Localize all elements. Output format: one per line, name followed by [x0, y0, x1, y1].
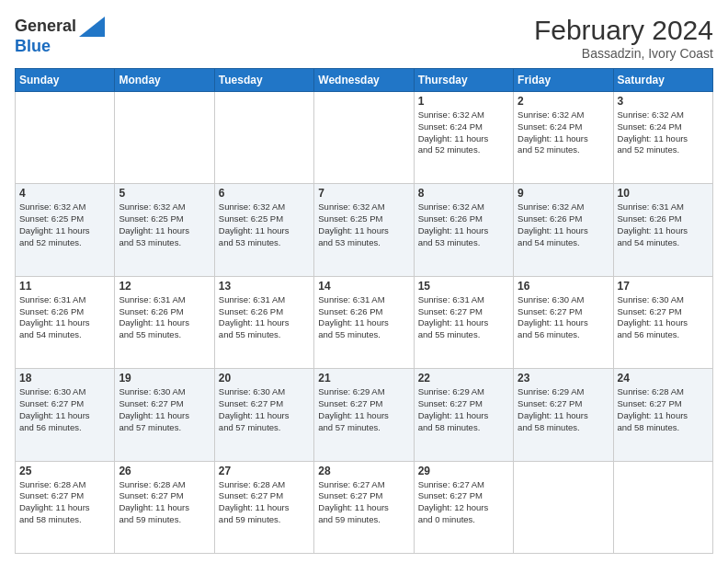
day-info: Sunrise: 6:32 AM Sunset: 6:25 PM Dayligh…: [19, 201, 110, 248]
day-number: 15: [418, 280, 509, 293]
day-number: 5: [119, 187, 210, 200]
calendar-week-0: 1Sunrise: 6:32 AM Sunset: 6:24 PM Daylig…: [16, 92, 713, 184]
day-info: Sunrise: 6:31 AM Sunset: 6:26 PM Dayligh…: [19, 294, 110, 341]
table-row: 15Sunrise: 6:31 AM Sunset: 6:27 PM Dayli…: [414, 276, 513, 368]
table-row: 26Sunrise: 6:28 AM Sunset: 6:27 PM Dayli…: [115, 461, 214, 553]
day-number: 13: [219, 280, 310, 293]
day-number: 26: [119, 465, 210, 477]
day-info: Sunrise: 6:28 AM Sunset: 6:27 PM Dayligh…: [618, 386, 709, 433]
day-info: Sunrise: 6:32 AM Sunset: 6:25 PM Dayligh…: [119, 201, 210, 248]
day-info: Sunrise: 6:30 AM Sunset: 6:27 PM Dayligh…: [518, 294, 609, 341]
day-number: 27: [219, 465, 310, 477]
day-info: Sunrise: 6:27 AM Sunset: 6:27 PM Dayligh…: [418, 479, 509, 526]
table-row: 16Sunrise: 6:30 AM Sunset: 6:27 PM Dayli…: [514, 276, 613, 368]
day-info: Sunrise: 6:29 AM Sunset: 6:27 PM Dayligh…: [318, 386, 409, 433]
day-number: 10: [618, 187, 709, 200]
day-number: 28: [318, 465, 409, 477]
day-number: 2: [518, 95, 609, 108]
day-number: 24: [618, 372, 709, 385]
day-number: 18: [19, 372, 110, 385]
day-number: 1: [418, 95, 509, 108]
page: General Blue February 2024 Bassadzin, Iv…: [0, 0, 728, 563]
day-info: Sunrise: 6:28 AM Sunset: 6:27 PM Dayligh…: [19, 479, 110, 526]
day-number: 8: [418, 187, 509, 200]
table-row: 8Sunrise: 6:32 AM Sunset: 6:26 PM Daylig…: [414, 184, 513, 276]
day-info: Sunrise: 6:28 AM Sunset: 6:27 PM Dayligh…: [219, 479, 310, 526]
table-row: 11Sunrise: 6:31 AM Sunset: 6:26 PM Dayli…: [16, 276, 115, 368]
logo: General Blue: [15, 15, 105, 56]
day-number: 22: [418, 372, 509, 385]
day-info: Sunrise: 6:30 AM Sunset: 6:27 PM Dayligh…: [219, 386, 310, 433]
logo-general-text: General: [15, 17, 76, 36]
header: General Blue February 2024 Bassadzin, Iv…: [15, 15, 713, 61]
month-year: February 2024: [534, 15, 713, 46]
table-row: 20Sunrise: 6:30 AM Sunset: 6:27 PM Dayli…: [214, 369, 313, 461]
day-number: 11: [19, 280, 110, 293]
day-number: 19: [119, 372, 210, 385]
table-row: 2Sunrise: 6:32 AM Sunset: 6:24 PM Daylig…: [514, 92, 613, 184]
day-info: Sunrise: 6:30 AM Sunset: 6:27 PM Dayligh…: [618, 294, 709, 341]
table-row: 22Sunrise: 6:29 AM Sunset: 6:27 PM Dayli…: [414, 369, 513, 461]
day-info: Sunrise: 6:31 AM Sunset: 6:26 PM Dayligh…: [219, 294, 310, 341]
day-info: Sunrise: 6:31 AM Sunset: 6:26 PM Dayligh…: [618, 201, 709, 248]
table-row: 12Sunrise: 6:31 AM Sunset: 6:26 PM Dayli…: [115, 276, 214, 368]
day-info: Sunrise: 6:32 AM Sunset: 6:24 PM Dayligh…: [618, 109, 709, 156]
day-number: 4: [19, 187, 110, 200]
day-number: 23: [518, 372, 609, 385]
table-row: [613, 461, 712, 553]
table-row: 23Sunrise: 6:29 AM Sunset: 6:27 PM Dayli…: [514, 369, 613, 461]
table-row: 9Sunrise: 6:32 AM Sunset: 6:26 PM Daylig…: [514, 184, 613, 276]
day-info: Sunrise: 6:30 AM Sunset: 6:27 PM Dayligh…: [119, 386, 210, 433]
table-row: [514, 461, 613, 553]
table-row: 27Sunrise: 6:28 AM Sunset: 6:27 PM Dayli…: [214, 461, 313, 553]
table-row: [115, 92, 214, 184]
day-number: 17: [618, 280, 709, 293]
table-row: 24Sunrise: 6:28 AM Sunset: 6:27 PM Dayli…: [613, 369, 712, 461]
day-number: 6: [219, 187, 310, 200]
table-row: 14Sunrise: 6:31 AM Sunset: 6:26 PM Dayli…: [314, 276, 414, 368]
calendar-week-3: 18Sunrise: 6:30 AM Sunset: 6:27 PM Dayli…: [16, 369, 713, 461]
table-row: 5Sunrise: 6:32 AM Sunset: 6:25 PM Daylig…: [115, 184, 214, 276]
table-row: 6Sunrise: 6:32 AM Sunset: 6:25 PM Daylig…: [214, 184, 313, 276]
day-info: Sunrise: 6:31 AM Sunset: 6:26 PM Dayligh…: [119, 294, 210, 341]
day-info: Sunrise: 6:30 AM Sunset: 6:27 PM Dayligh…: [19, 386, 110, 433]
day-info: Sunrise: 6:32 AM Sunset: 6:25 PM Dayligh…: [219, 201, 310, 248]
calendar-week-1: 4Sunrise: 6:32 AM Sunset: 6:25 PM Daylig…: [16, 184, 713, 276]
col-sunday: Sunday: [16, 69, 115, 92]
day-number: 9: [518, 187, 609, 200]
day-info: Sunrise: 6:29 AM Sunset: 6:27 PM Dayligh…: [518, 386, 609, 433]
table-row: 21Sunrise: 6:29 AM Sunset: 6:27 PM Dayli…: [314, 369, 414, 461]
day-number: 12: [119, 280, 210, 293]
day-number: 20: [219, 372, 310, 385]
col-wednesday: Wednesday: [314, 69, 414, 92]
col-friday: Friday: [514, 69, 613, 92]
day-number: 29: [418, 465, 509, 477]
day-info: Sunrise: 6:29 AM Sunset: 6:27 PM Dayligh…: [418, 386, 509, 433]
day-number: 14: [318, 280, 409, 293]
table-row: 28Sunrise: 6:27 AM Sunset: 6:27 PM Dayli…: [314, 461, 414, 553]
table-row: 29Sunrise: 6:27 AM Sunset: 6:27 PM Dayli…: [414, 461, 513, 553]
day-number: 3: [618, 95, 709, 108]
day-info: Sunrise: 6:31 AM Sunset: 6:27 PM Dayligh…: [418, 294, 509, 341]
table-row: 17Sunrise: 6:30 AM Sunset: 6:27 PM Dayli…: [613, 276, 712, 368]
col-monday: Monday: [115, 69, 214, 92]
table-row: 18Sunrise: 6:30 AM Sunset: 6:27 PM Dayli…: [16, 369, 115, 461]
col-tuesday: Tuesday: [214, 69, 313, 92]
day-number: 25: [19, 465, 110, 477]
table-row: 3Sunrise: 6:32 AM Sunset: 6:24 PM Daylig…: [613, 92, 712, 184]
day-number: 16: [518, 280, 609, 293]
location: Bassadzin, Ivory Coast: [534, 46, 713, 61]
table-row: 10Sunrise: 6:31 AM Sunset: 6:26 PM Dayli…: [613, 184, 712, 276]
calendar-week-4: 25Sunrise: 6:28 AM Sunset: 6:27 PM Dayli…: [16, 461, 713, 553]
table-row: [314, 92, 414, 184]
table-row: 1Sunrise: 6:32 AM Sunset: 6:24 PM Daylig…: [414, 92, 513, 184]
table-row: 19Sunrise: 6:30 AM Sunset: 6:27 PM Dayli…: [115, 369, 214, 461]
table-row: 13Sunrise: 6:31 AM Sunset: 6:26 PM Dayli…: [214, 276, 313, 368]
day-info: Sunrise: 6:31 AM Sunset: 6:26 PM Dayligh…: [318, 294, 409, 341]
logo-blue-text: Blue: [15, 37, 51, 56]
day-info: Sunrise: 6:27 AM Sunset: 6:27 PM Dayligh…: [318, 479, 409, 526]
table-row: [214, 92, 313, 184]
day-info: Sunrise: 6:28 AM Sunset: 6:27 PM Dayligh…: [119, 479, 210, 526]
day-info: Sunrise: 6:32 AM Sunset: 6:24 PM Dayligh…: [418, 109, 509, 156]
table-row: 25Sunrise: 6:28 AM Sunset: 6:27 PM Dayli…: [16, 461, 115, 553]
